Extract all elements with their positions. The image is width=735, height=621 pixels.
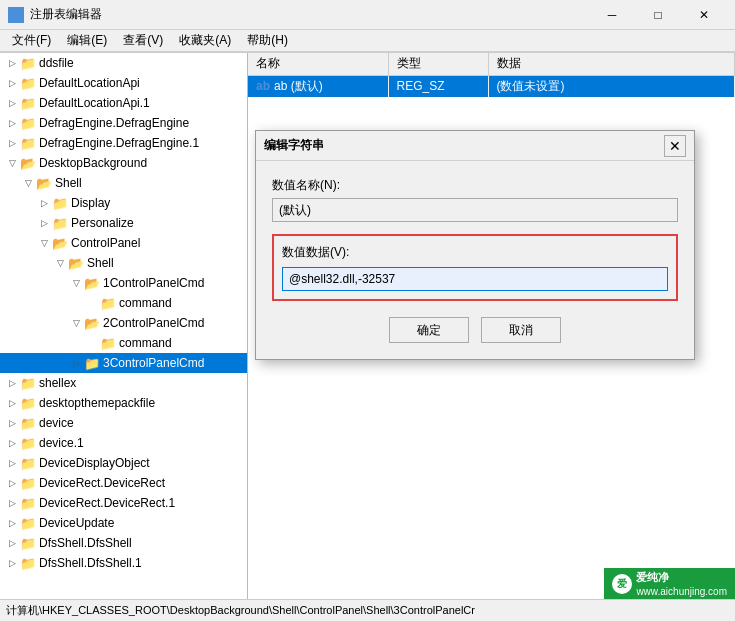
registry-table: 名称 类型 数据 ab ab (默认) REG_SZ (数值未设置)	[248, 53, 735, 97]
tree-item-2controlpanelcmd[interactable]: ▽ 📂 2ControlPanelCmd	[0, 313, 247, 333]
expander: ▽	[36, 235, 52, 251]
tree-label: DefragEngine.DefragEngine.1	[39, 136, 199, 150]
tree-item-desktopthemepackfile[interactable]: ▷ 📁 desktopthemepackfile	[0, 393, 247, 413]
tree-label: ControlPanel	[71, 236, 140, 250]
folder-icon: 📁	[20, 96, 36, 110]
edit-string-dialog: 编辑字符串 ✕ 数值名称(N): 数值数据(V): 确定 取消	[255, 130, 695, 360]
tree-item-defaultlocationapi1[interactable]: ▷ 📁 DefaultLocationApi.1	[0, 93, 247, 113]
menu-edit[interactable]: 编辑(E)	[59, 30, 115, 51]
expander: ▽	[68, 315, 84, 331]
expander: ▷	[4, 135, 20, 151]
value-data-label: 数值数据(V):	[282, 244, 668, 261]
expander: ▷	[4, 455, 20, 471]
svg-rect-3	[17, 16, 22, 21]
table-row[interactable]: ab ab (默认) REG_SZ (数值未设置)	[248, 75, 735, 97]
folder-icon: 📂	[20, 156, 36, 170]
minimize-button[interactable]: ─	[589, 0, 635, 30]
value-data-section: 数值数据(V):	[272, 234, 678, 301]
tree-label: device.1	[39, 436, 84, 450]
tree-item-ddsfile[interactable]: ▷ 📁 ddsfile	[0, 53, 247, 73]
tree-item-devicerect[interactable]: ▷ 📁 DeviceRect.DeviceRect	[0, 473, 247, 493]
col-name: 名称	[248, 53, 388, 75]
folder-icon: 📁	[20, 476, 36, 490]
tree-item-shell-l3[interactable]: ▽ 📂 Shell	[0, 253, 247, 273]
folder-icon: 📁	[100, 336, 116, 350]
tree-label: DefragEngine.DefragEngine	[39, 116, 189, 130]
dialog-close-button[interactable]: ✕	[664, 135, 686, 157]
menu-file[interactable]: 文件(F)	[4, 30, 59, 51]
tree-label: DeviceRect.DeviceRect	[39, 476, 165, 490]
expander: ▷	[4, 395, 20, 411]
tree-item-3controlpanelcmd[interactable]: ▷ 📁 3ControlPanelCmd	[0, 353, 247, 373]
registry-tree[interactable]: ▷ 📁 ddsfile ▷ 📁 DefaultLocationApi ▷ 📁 D…	[0, 53, 248, 599]
window-controls: ─ □ ✕	[589, 0, 727, 30]
tree-item-command-1[interactable]: ▷ 📁 command	[0, 293, 247, 313]
expander: ▷	[36, 195, 52, 211]
tree-item-device1[interactable]: ▷ 📁 device.1	[0, 433, 247, 453]
expander: ▷	[4, 375, 20, 391]
close-button[interactable]: ✕	[681, 0, 727, 30]
dialog-title-bar: 编辑字符串 ✕	[256, 131, 694, 161]
folder-icon: 📁	[20, 556, 36, 570]
tree-item-dfsshell1[interactable]: ▷ 📁 DfsShell.DfsShell.1	[0, 553, 247, 573]
expander: ▷	[4, 115, 20, 131]
folder-icon: 📂	[84, 316, 100, 330]
tree-label: Shell	[55, 176, 82, 190]
tree-item-desktopbackground[interactable]: ▽ 📂 DesktopBackground	[0, 153, 247, 173]
tree-item-shell-l1[interactable]: ▽ 📂 Shell	[0, 173, 247, 193]
tree-label: 2ControlPanelCmd	[103, 316, 204, 330]
expander: ▽	[4, 155, 20, 171]
tree-label: Shell	[87, 256, 114, 270]
status-text: 计算机\HKEY_CLASSES_ROOT\DesktopBackground\…	[6, 603, 475, 618]
cell-data: (数值未设置)	[488, 75, 735, 97]
tree-label: device	[39, 416, 74, 430]
expander: ▷	[4, 515, 20, 531]
tree-item-shellex[interactable]: ▷ 📁 shellex	[0, 373, 247, 393]
tree-item-dfsshell[interactable]: ▷ 📁 DfsShell.DfsShell	[0, 533, 247, 553]
tree-item-device[interactable]: ▷ 📁 device	[0, 413, 247, 433]
app-icon	[8, 7, 24, 23]
tree-item-defragengine1[interactable]: ▷ 📁 DefragEngine.DefragEngine.1	[0, 133, 247, 153]
value-data-input[interactable]	[282, 267, 668, 291]
tree-label: DefaultLocationApi	[39, 76, 140, 90]
tree-item-display[interactable]: ▷ 📁 Display	[0, 193, 247, 213]
value-name-label: 数值名称(N):	[272, 177, 678, 194]
dialog-body: 数值名称(N): 数值数据(V): 确定 取消	[256, 161, 694, 359]
tree-item-devicerect1[interactable]: ▷ 📁 DeviceRect.DeviceRect.1	[0, 493, 247, 513]
tree-item-controlpanel[interactable]: ▽ 📂 ControlPanel	[0, 233, 247, 253]
tree-label: shellex	[39, 376, 76, 390]
tree-label: DefaultLocationApi.1	[39, 96, 150, 110]
folder-icon: 📂	[52, 236, 68, 250]
watermark: 爱 爱纯净 www.aichunjing.com	[604, 568, 735, 599]
maximize-button[interactable]: □	[635, 0, 681, 30]
folder-icon: 📂	[36, 176, 52, 190]
folder-icon: 📁	[20, 436, 36, 450]
cancel-button[interactable]: 取消	[481, 317, 561, 343]
expander: ▷	[4, 555, 20, 571]
tree-item-1controlpanelcmd[interactable]: ▽ 📂 1ControlPanelCmd	[0, 273, 247, 293]
expander: ▽	[68, 275, 84, 291]
menu-view[interactable]: 查看(V)	[115, 30, 171, 51]
menu-favorites[interactable]: 收藏夹(A)	[171, 30, 239, 51]
tree-label: command	[119, 336, 172, 350]
folder-icon: 📁	[20, 416, 36, 430]
tree-item-defragengine[interactable]: ▷ 📁 DefragEngine.DefragEngine	[0, 113, 247, 133]
value-name-input[interactable]	[272, 198, 678, 222]
tree-item-devicedisplayobject[interactable]: ▷ 📁 DeviceDisplayObject	[0, 453, 247, 473]
tree-label: DfsShell.DfsShell.1	[39, 556, 142, 570]
col-data: 数据	[488, 53, 735, 75]
ok-button[interactable]: 确定	[389, 317, 469, 343]
tree-item-command-2[interactable]: ▷ 📁 command	[0, 333, 247, 353]
expander: ▷	[4, 495, 20, 511]
folder-icon: 📁	[20, 136, 36, 150]
folder-icon: 📁	[52, 196, 68, 210]
folder-icon: 📁	[20, 396, 36, 410]
expander: ▷	[4, 95, 20, 111]
tree-item-personalize[interactable]: ▷ 📁 Personalize	[0, 213, 247, 233]
menu-help[interactable]: 帮助(H)	[239, 30, 296, 51]
tree-item-defaultlocationapi[interactable]: ▷ 📁 DefaultLocationApi	[0, 73, 247, 93]
watermark-brand: 爱纯净 www.aichunjing.com	[636, 570, 727, 597]
window-title: 注册表编辑器	[30, 6, 589, 23]
tree-item-deviceupdate[interactable]: ▷ 📁 DeviceUpdate	[0, 513, 247, 533]
cell-name: ab ab (默认)	[248, 75, 388, 97]
